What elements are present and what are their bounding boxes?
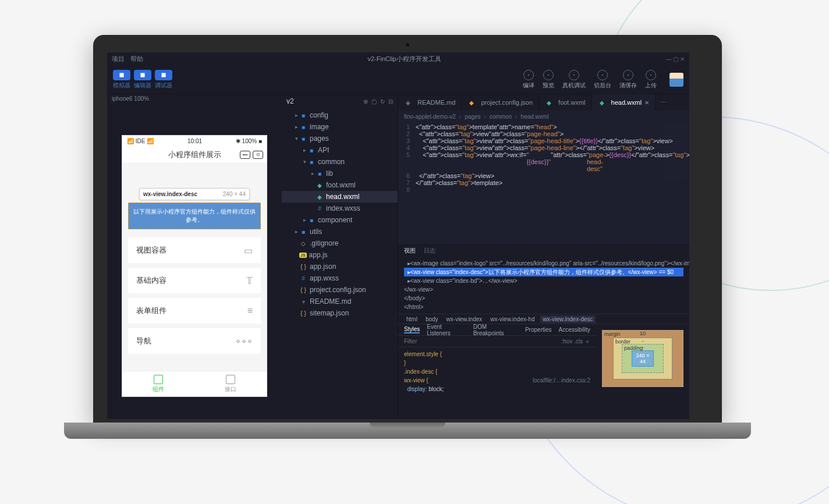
app-screen: 项目 帮助 v2-FinClip小程序开发工具 — ▢ ✕ 模拟器编辑器调试器 … [107, 52, 689, 419]
breadcrumb-segment[interactable]: common [490, 113, 512, 120]
toolbar-action-真机调试[interactable]: ◦真机调试 [562, 70, 586, 90]
styles-tab[interactable]: Styles [404, 326, 420, 333]
tree-file[interactable]: #index.wxss [282, 203, 398, 214]
breadcrumb-segment[interactable]: fino-applet-demo-v2 [404, 113, 456, 120]
laptop-frame: 项目 帮助 v2-FinClip小程序开发工具 — ▢ ✕ 模拟器编辑器调试器 … [93, 35, 722, 439]
window-title: v2-FinClip小程序开发工具 [143, 55, 665, 63]
tree-file[interactable]: { }app.json [282, 261, 398, 272]
breadcrumb-segment[interactable]: head.wxml [521, 113, 549, 120]
toolbar-action-编译[interactable]: ◦编译 [523, 70, 534, 90]
styles-tab[interactable]: Accessibility [559, 326, 590, 333]
tree-folder[interactable]: ▸■config [282, 109, 398, 121]
close-icon[interactable]: ✕ [644, 100, 649, 106]
styles-tab[interactable]: DOM Breakpoints [473, 324, 518, 336]
phone-tab[interactable]: 组件 [122, 371, 194, 396]
tree-folder[interactable]: ▸■lib [282, 168, 398, 179]
css-rule[interactable]: .index-desc {</span><br>&nbsp;&nbsp;<spa… [404, 367, 590, 376]
styles-tab[interactable]: Event Listeners [427, 324, 466, 336]
list-item[interactable]: 视图容器▭ [128, 237, 261, 263]
devtools-panel: 视图 日志 ▸<wx-image class="index-logo" src=… [398, 244, 689, 419]
avatar[interactable] [669, 73, 683, 87]
simulator-panel: iphone6 100% 📶 IDE 📶 10:01 ✱ 100% ■ 小程序组… [107, 94, 282, 419]
tree-file[interactable]: { }project.config.json [282, 284, 398, 296]
tree-folder[interactable]: ▾■common [282, 156, 398, 168]
editor-tab[interactable]: ◆README.md [398, 94, 462, 111]
svg-rect-0 [119, 73, 123, 77]
phone-nav-title: 小程序组件展示 [168, 150, 221, 160]
refresh-icon[interactable]: ↻ [380, 98, 385, 105]
crumb[interactable]: wx-view.index [444, 315, 485, 323]
window-controls[interactable]: — ▢ ✕ [665, 56, 685, 62]
toolbar: 模拟器编辑器调试器 ◦编译◦预览◦真机调试◦切后台◦清缓存◦上传 [107, 65, 689, 94]
minimap[interactable] [664, 122, 687, 180]
highlighted-element: 以下用展示小程序官方组件能力，组件样式仅供参考。 [128, 203, 261, 229]
css-rule[interactable]: element.style {} [404, 350, 590, 367]
box-model: margin 10 border- padding- 240 × 44 [596, 324, 689, 419]
capsule-close-icon[interactable]: ⊙ [253, 151, 263, 159]
crumb[interactable]: wx-view.index-hd [488, 315, 537, 323]
project-root[interactable]: v2 [286, 97, 294, 105]
phone-statusbar: 📶 IDE 📶 10:01 ✱ 100% ■ [122, 136, 267, 146]
tree-file[interactable]: { }sitemap.json [282, 307, 398, 319]
breadcrumb-segment[interactable]: pages [465, 113, 480, 120]
new-file-icon[interactable]: ⊕ [363, 98, 368, 105]
menu-project[interactable]: 项目 [112, 55, 125, 63]
hov-toggle[interactable]: :hov .cls ＋ [562, 338, 590, 346]
dom-node[interactable]: ▸<wx-image class="index-logo" src="../re… [404, 259, 683, 268]
dom-node[interactable]: </wx-view> [404, 285, 683, 294]
file-explorer: v2 ⊕ ▢ ↻ ⊟ ▸■config▸■image▾■pages▸■API▾■… [282, 94, 398, 419]
tree-folder[interactable]: ▸■component [282, 214, 398, 226]
crumb[interactable]: html [404, 315, 420, 323]
dom-node[interactable]: </html> [404, 303, 683, 311]
styles-tab[interactable]: Properties [525, 326, 552, 333]
capsule-menu-icon[interactable]: ••• [240, 151, 250, 159]
list-item[interactable]: 基础内容𝕋 [128, 268, 261, 293]
editor-panel: ◆README.md◆project.config.json◆foot.wxml… [398, 94, 689, 419]
toolbar-mode-button[interactable]: 调试器 [155, 70, 172, 90]
crumb[interactable]: wx-view.index-desc [540, 315, 595, 323]
menu-help[interactable]: 帮助 [130, 55, 143, 63]
devtools-tab-log[interactable]: 日志 [424, 247, 435, 255]
svg-rect-2 [161, 73, 165, 77]
toolbar-mode-button[interactable]: 模拟器 [113, 70, 130, 90]
editor-tab[interactable]: ◆head.wxml✕ [592, 94, 656, 111]
toolbar-action-清缓存[interactable]: ◦清缓存 [619, 70, 637, 90]
editor-tab[interactable]: ◆project.config.json [462, 94, 539, 111]
tree-folder[interactable]: ▸■utils [282, 226, 398, 237]
dom-node[interactable]: ▸<wx-view class="index-desc">以下将展示小程序官方组… [404, 268, 683, 276]
toolbar-action-切后台[interactable]: ◦切后台 [594, 70, 611, 90]
toolbar-action-上传[interactable]: ◦上传 [645, 70, 657, 90]
tree-folder[interactable]: ▸■image [282, 121, 398, 133]
menubar: 项目 帮助 v2-FinClip小程序开发工具 — ▢ ✕ [107, 52, 689, 65]
toolbar-action-预览[interactable]: ◦预览 [543, 70, 554, 90]
tree-file[interactable]: ◆head.wxml [282, 191, 398, 203]
devtools-tab-view[interactable]: 视图 [404, 247, 416, 255]
tree-file[interactable]: ◇.gitignore [282, 237, 398, 249]
styles-filter-input[interactable] [404, 338, 562, 345]
tree-file[interactable]: ▾README.md [282, 296, 398, 307]
svg-rect-1 [140, 73, 144, 77]
new-folder-icon[interactable]: ▢ [371, 98, 377, 105]
device-status: iphone6 100% [107, 94, 282, 106]
tab-overflow-icon[interactable]: ⋯ [656, 94, 671, 111]
editor-tab[interactable]: ◆foot.wxml [539, 94, 591, 111]
inspector-tooltip: wx-view.index-desc 240 × 44 [139, 188, 250, 200]
dom-node[interactable]: </body> [404, 294, 683, 303]
phone-preview: 📶 IDE 📶 10:01 ✱ 100% ■ 小程序组件展示 ••• ⊙ [122, 135, 267, 397]
toolbar-mode-button[interactable]: 编辑器 [134, 70, 151, 90]
css-rule[interactable]: wx-view {localfile:/…index.css:2 display… [404, 376, 590, 393]
tree-folder[interactable]: ▾■pages [282, 133, 398, 144]
tree-file[interactable]: JSapp.js [282, 249, 398, 261]
phone-tab[interactable]: 接口 [194, 371, 267, 396]
tree-folder[interactable]: ▸■API [282, 144, 398, 156]
camera-dot [406, 43, 409, 47]
tree-file[interactable]: #app.wxss [282, 272, 398, 284]
collapse-icon[interactable]: ⊟ [388, 98, 393, 105]
list-item[interactable]: 表单组件≡ [128, 298, 261, 324]
list-item[interactable]: 导航∘∘∘ [128, 328, 261, 354]
dom-node[interactable]: ▸<wx-view class="index-bd">…</wx-view> [404, 276, 683, 285]
crumb[interactable]: body [423, 315, 441, 323]
tree-file[interactable]: ◆foot.wxml [282, 179, 398, 191]
